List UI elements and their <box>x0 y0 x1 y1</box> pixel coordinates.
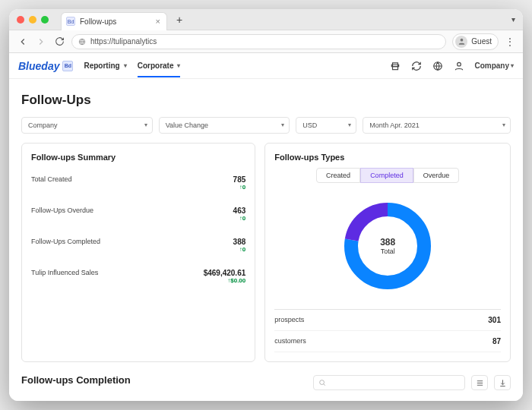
brand-badge: Bd <box>62 61 73 71</box>
tabs-overflow-icon[interactable]: ▾ <box>511 15 515 24</box>
header-actions: Company <box>389 60 514 72</box>
summary-value: 388 <box>233 238 246 246</box>
print-icon[interactable] <box>389 60 401 72</box>
svg-line-9 <box>324 384 325 386</box>
nav-reporting[interactable]: Reporting <box>84 62 126 77</box>
filter-metric-label: Value Change <box>166 121 208 129</box>
summary-value: $469,420.61 <box>204 269 246 277</box>
legend-row: prospects 301 <box>274 310 501 331</box>
brand-logo[interactable]: Blueday Bd <box>18 60 73 72</box>
avatar-icon <box>455 36 467 48</box>
donut-center-value: 388 <box>380 237 395 248</box>
summary-value: 463 <box>233 207 246 215</box>
svg-point-8 <box>320 380 325 385</box>
browser-tab-active[interactable]: Bd Follow-ups × <box>61 12 167 30</box>
summary-row-value: 785 ↑0 <box>233 175 246 191</box>
donut-legend: prospects 301 customers 87 <box>274 309 501 352</box>
profile-label: Guest <box>471 37 492 46</box>
minimize-window-icon[interactable] <box>29 16 36 24</box>
browser-window: Bd Follow-ups × + ▾ https://tulipanalyti… <box>9 9 523 401</box>
page-content: Follow-Ups Company Value Change USD Mont… <box>9 79 523 401</box>
maximize-window-icon[interactable] <box>41 16 49 24</box>
tab-created[interactable]: Created <box>316 168 360 183</box>
download-icon <box>499 379 507 387</box>
download-button[interactable] <box>494 375 511 390</box>
summary-row-value: 463 ↑0 <box>233 207 246 222</box>
page-title: Follow-Ups <box>21 93 511 108</box>
new-tab-button[interactable]: + <box>172 12 187 27</box>
svg-point-4 <box>458 62 461 66</box>
user-icon[interactable] <box>453 60 465 72</box>
list-view-button[interactable] <box>471 375 488 390</box>
window-controls <box>17 16 49 24</box>
tab-overdue[interactable]: Overdue <box>413 168 460 183</box>
nav-reporting-label: Reporting <box>84 62 119 70</box>
filter-period-label: Month Apr. 2021 <box>369 121 420 129</box>
site-info-icon[interactable] <box>78 38 86 46</box>
address-bar[interactable]: https://tulipanalytics <box>71 34 446 49</box>
donut-center: 388 Total <box>338 197 437 295</box>
tab-label: Overdue <box>423 172 450 179</box>
donut-center-label: Total <box>381 248 395 255</box>
address-bar-text: https://tulipanalytics <box>90 37 157 46</box>
summary-row: Total Created 785 ↑0 <box>31 168 245 199</box>
summary-card-title: Follow-ups Summary <box>31 153 245 162</box>
svg-rect-2 <box>393 66 398 69</box>
summary-row-value: $469,420.61 ↑$0.00 <box>204 269 246 284</box>
cards-grid: Follow-ups Summary Total Created 785 ↑0 … <box>21 143 511 362</box>
summary-delta: ↑$0.00 <box>204 277 246 284</box>
primary-nav: Reporting Corporate <box>84 62 180 71</box>
filter-company-label: Company <box>28 121 58 129</box>
completion-toolbar <box>313 375 511 390</box>
filter-metric[interactable]: Value Change <box>159 117 290 134</box>
filter-currency[interactable]: USD <box>296 117 356 134</box>
nav-corporate[interactable]: Corporate <box>138 62 181 77</box>
nav-corporate-label: Corporate <box>138 62 174 70</box>
summary-row: Follow-Ups Overdue 463 ↑0 <box>31 199 245 230</box>
filter-company[interactable]: Company <box>21 117 153 134</box>
profile-chip[interactable]: Guest <box>452 33 499 50</box>
tab-label: Completed <box>370 172 404 179</box>
tab-label: Created <box>326 172 350 179</box>
svg-point-1 <box>460 39 463 42</box>
browser-toolbar: https://tulipanalytics Guest ⋮ <box>9 30 523 53</box>
browser-tabs-strip: Bd Follow-ups × + ▾ <box>9 9 523 30</box>
donut-chart: 388 Total <box>274 192 501 306</box>
refresh-icon[interactable] <box>410 60 423 72</box>
summary-row-label: Follow-Ups Completed <box>31 238 100 245</box>
reload-icon[interactable] <box>53 36 65 48</box>
summary-delta: ↑0 <box>233 246 246 253</box>
summary-row: Tulip Influenced Sales $469,420.61 ↑$0.0… <box>31 261 245 292</box>
filter-currency-label: USD <box>302 121 317 129</box>
summary-delta: ↑0 <box>233 215 246 222</box>
legend-row: customers 87 <box>274 331 501 352</box>
app-header: Blueday Bd Reporting Corporate Company <box>9 53 523 79</box>
forward-icon[interactable] <box>35 36 47 48</box>
globe-icon[interactable] <box>432 60 444 72</box>
summary-row-label: Tulip Influenced Sales <box>31 269 98 276</box>
legend-label: prospects <box>274 316 304 324</box>
legend-value: 87 <box>492 337 501 345</box>
followups-summary-card: Follow-ups Summary Total Created 785 ↑0 … <box>21 143 255 362</box>
list-icon <box>476 379 484 387</box>
summary-row: Follow-Ups Completed 388 ↑0 <box>31 230 245 261</box>
back-icon[interactable] <box>17 36 29 48</box>
tab-title: Follow-ups <box>80 17 116 26</box>
tab-completed[interactable]: Completed <box>360 168 413 183</box>
summary-value: 785 <box>233 175 246 184</box>
legend-label: customers <box>274 337 306 345</box>
company-dropdown[interactable]: Company <box>474 62 514 70</box>
types-tabs: Created Completed Overdue <box>274 168 501 183</box>
close-tab-icon[interactable]: × <box>156 17 160 26</box>
search-input[interactable] <box>313 375 465 390</box>
search-icon <box>318 379 326 386</box>
summary-row-label: Follow-Ups Overdue <box>31 207 93 214</box>
close-window-icon[interactable] <box>17 16 24 24</box>
types-card-title: Follow-ups Types <box>274 153 501 162</box>
summary-row-value: 388 ↑0 <box>233 238 246 253</box>
browser-menu-icon[interactable]: ⋮ <box>505 36 515 47</box>
summary-delta: ↑0 <box>233 184 246 191</box>
legend-value: 301 <box>488 316 501 324</box>
filter-period[interactable]: Month Apr. 2021 <box>363 117 511 134</box>
brand-name: Blueday <box>18 60 59 72</box>
